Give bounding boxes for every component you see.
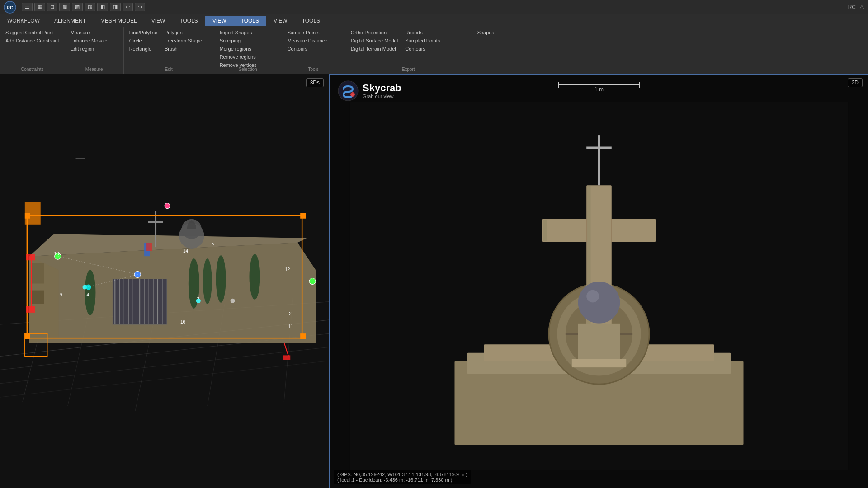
app-logo: RC [4, 1, 16, 14]
scene-svg: 10 14 5 9 4 7 12 11 16 2 [0, 75, 329, 488]
layout-btn-3[interactable]: ▨ [72, 3, 83, 11]
svg-point-35 [216, 255, 226, 303]
line-polyline-btn[interactable]: Line/Polyline [127, 29, 160, 36]
svg-rect-51 [26, 254, 35, 260]
polygon-btn[interactable]: Polygon [162, 29, 205, 36]
measure-buttons: Measure Enhance Mosaic Edit region [68, 29, 110, 52]
svg-text:RC: RC [7, 5, 13, 10]
svg-marker-15 [29, 243, 316, 343]
enhance-mosaic-btn[interactable]: Enhance Mosaic [68, 37, 110, 44]
menu-tools-1[interactable]: TOOLS [172, 16, 205, 26]
contours-btn[interactable]: Contours [285, 45, 330, 52]
digital-surface-model-btn[interactable]: Digital Surface Model [348, 37, 401, 44]
shapes-btn[interactable]: Shapes [475, 29, 497, 36]
circle-btn[interactable]: Circle [127, 37, 160, 44]
toolbar: Suggest Control Point Add Distance Const… [0, 27, 868, 75]
toolbar-measure: Measure Enhance Mosaic Edit region Measu… [65, 27, 124, 74]
menu-tools-3[interactable]: TOOLS [295, 16, 327, 26]
svg-rect-45 [300, 213, 306, 219]
monument-svg [330, 102, 868, 470]
viewport-3d[interactable]: 10 14 5 9 4 7 12 11 16 2 [0, 75, 330, 488]
gps-info: ( GPS: N0,35.129242; W101,37.11.131/98; … [334, 470, 471, 484]
edit-col-2: Polygon Free-form Shape Brush [162, 29, 205, 52]
svg-rect-18 [31, 263, 44, 283]
svg-rect-92 [578, 324, 620, 361]
edit-region-btn[interactable]: Edit region [68, 45, 110, 52]
main-content: 10 14 5 9 4 7 12 11 16 2 [0, 75, 868, 488]
rc-label: RC [848, 4, 856, 10]
scale-bar: 1 m [558, 84, 640, 93]
edit-col-1: Line/Polyline Circle Rectangle [127, 29, 160, 52]
toolbar-export: Ortho Projection Digital Surface Model D… [345, 27, 472, 74]
menu-view-3[interactable]: VIEW [266, 16, 295, 26]
svg-point-71 [309, 278, 316, 284]
svg-point-90 [578, 282, 620, 324]
grid-view-btn[interactable]: ▦ [34, 3, 45, 11]
sample-points-btn[interactable]: Sample Points [285, 29, 330, 36]
brush-btn[interactable]: Brush [162, 45, 205, 52]
svg-rect-54 [283, 355, 290, 360]
svg-point-34 [203, 258, 212, 304]
measure-label: Measure [65, 67, 123, 72]
undo-btn[interactable]: ↩ [123, 3, 133, 11]
rectangle-btn[interactable]: Rectangle [127, 45, 160, 52]
svg-rect-85 [542, 219, 656, 242]
snapping-btn[interactable]: Snapping [217, 37, 259, 44]
contours-export-btn[interactable]: Contours [402, 45, 443, 52]
svg-text:11: 11 [288, 324, 293, 329]
layout-btn-5[interactable]: ◧ [97, 3, 108, 11]
svg-point-70 [165, 203, 170, 209]
freeform-shape-btn[interactable]: Free-form Shape [162, 37, 205, 44]
toolbar-selection: Import Shapes Snapping Merge regions Rem… [214, 27, 282, 74]
layout-btn-6[interactable]: ◨ [110, 3, 121, 11]
reports-btn[interactable]: Reports [402, 29, 443, 36]
layout-btn-4[interactable]: ▧ [85, 3, 95, 11]
redo-btn[interactable]: ↪ [135, 3, 145, 11]
svg-rect-87 [543, 220, 547, 241]
remove-regions-btn[interactable]: Remove regions [217, 53, 259, 61]
toolbar-tools: Sample Points Measure Distance Contours … [282, 27, 345, 74]
layout-btn-2[interactable]: ▩ [59, 3, 70, 11]
measure-distance-btn[interactable]: Measure Distance [285, 37, 330, 44]
export-col-1: Ortho Projection Digital Surface Model D… [348, 29, 401, 52]
measure-btn[interactable]: Measure [68, 29, 110, 36]
selection-buttons: Import Shapes Snapping Merge regions Rem… [217, 29, 259, 69]
toolbar-shapes: Shapes [472, 27, 508, 74]
svg-text:12: 12 [285, 267, 290, 272]
menu-bar: WORKFLOW ALIGNMENT MESH MODEL VIEW TOOLS… [0, 14, 868, 27]
menu-icon-btn[interactable]: ☰ [22, 3, 33, 11]
merge-regions-btn[interactable]: Merge regions [217, 45, 259, 52]
layout-btn-1[interactable]: ⊞ [47, 3, 57, 11]
svg-rect-19 [31, 291, 44, 304]
skycrab-text: Skycrab Grab our view. [363, 83, 401, 99]
constraints-label: Constraints [0, 67, 65, 72]
title-bar: RC ☰ ▦ ⊞ ▩ ▨ ▧ ◧ ◨ ↩ ↪ RC ⚠ [0, 0, 868, 14]
sampled-points-btn[interactable]: Sampled Points [402, 37, 443, 44]
menu-tools-2[interactable]: TOOLS [234, 16, 266, 26]
skycrab-icon [337, 80, 359, 102]
suggest-control-point-btn[interactable]: Suggest Control Point [3, 29, 62, 36]
title-bar-buttons: ☰ ▦ ⊞ ▩ ▨ ▧ ◧ ◨ ↩ ↪ [22, 3, 145, 11]
scale-bar-label: 1 m [594, 86, 604, 93]
digital-terrain-model-btn[interactable]: Digital Terrain Model [348, 45, 401, 52]
ortho-projection-btn[interactable]: Ortho Projection [348, 29, 401, 36]
svg-point-91 [586, 290, 599, 303]
svg-text:14: 14 [183, 249, 189, 253]
toolbar-constraints: Suggest Control Point Add Distance Const… [0, 27, 65, 74]
menu-workflow[interactable]: WORKFLOW [0, 16, 47, 26]
scene-3d: 10 14 5 9 4 7 12 11 16 2 [0, 75, 329, 488]
svg-text:16: 16 [180, 319, 186, 324]
menu-alignment[interactable]: ALIGNMENT [47, 16, 93, 26]
add-distance-constraint-btn[interactable]: Add Distance Constraint [3, 37, 62, 44]
menu-mesh-model[interactable]: MESH MODEL [93, 16, 144, 26]
viewport-2d-label[interactable]: 2D [848, 78, 863, 87]
svg-rect-93 [572, 359, 626, 368]
viewport-2d[interactable]: Skycrab Grab our view. 1 m 2D [330, 75, 868, 488]
menu-view-1[interactable]: VIEW [144, 16, 173, 26]
svg-text:4: 4 [86, 292, 89, 297]
import-shapes-btn[interactable]: Import Shapes [217, 29, 259, 36]
svg-point-72 [85, 285, 91, 290]
viewport-3d-label[interactable]: 3Ds [306, 78, 324, 87]
tools-label: Tools [282, 67, 345, 72]
menu-view-2[interactable]: VIEW [205, 16, 234, 26]
